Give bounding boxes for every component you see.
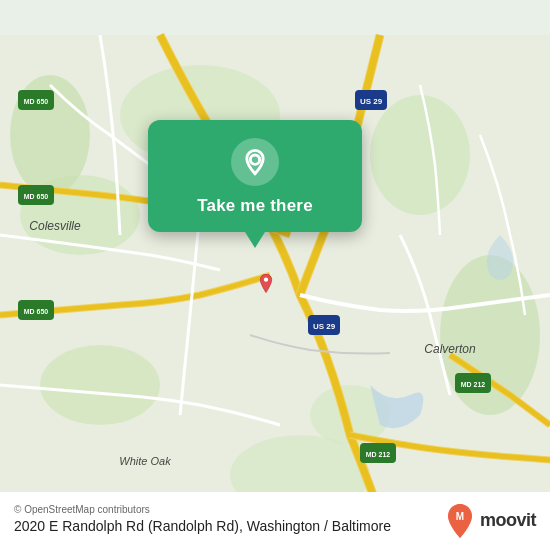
svg-point-27 (264, 278, 268, 282)
bottom-info: © OpenStreetMap contributors 2020 E Rand… (14, 504, 434, 535)
map-container: US 29 US 29 MD 650 MD 650 MD 650 MD 212 … (0, 0, 550, 550)
road-pin (256, 274, 276, 294)
address-text: 2020 E Randolph Rd (Randolph Rd), Washin… (14, 517, 434, 535)
bottom-bar: © OpenStreetMap contributors 2020 E Rand… (0, 492, 550, 550)
osm-credit: © OpenStreetMap contributors (14, 504, 434, 515)
svg-text:M: M (456, 511, 464, 522)
location-pin-icon (241, 148, 269, 176)
svg-text:US 29: US 29 (360, 97, 383, 106)
svg-point-26 (250, 155, 259, 164)
popup-card: Take me there (148, 120, 362, 232)
svg-point-6 (40, 345, 160, 425)
svg-text:White Oak: White Oak (119, 455, 171, 467)
moovit-logo: M moovit (444, 502, 536, 538)
svg-text:MD 212: MD 212 (366, 451, 391, 458)
svg-text:Colesville: Colesville (29, 219, 81, 233)
location-icon-circle (231, 138, 279, 186)
moovit-icon: M (444, 502, 476, 538)
svg-point-3 (370, 95, 470, 215)
svg-text:MD 650: MD 650 (24, 98, 49, 105)
svg-text:MD 650: MD 650 (24, 308, 49, 315)
address-line2: Baltimore (332, 518, 391, 534)
svg-text:Calverton: Calverton (424, 342, 476, 356)
svg-text:MD 212: MD 212 (461, 381, 486, 388)
svg-text:MD 650: MD 650 (24, 193, 49, 200)
take-me-there-button[interactable]: Take me there (197, 196, 313, 216)
moovit-text: moovit (480, 510, 536, 531)
svg-text:US 29: US 29 (313, 322, 336, 331)
address-line1: 2020 E Randolph Rd (Randolph Rd), Washin… (14, 518, 328, 534)
